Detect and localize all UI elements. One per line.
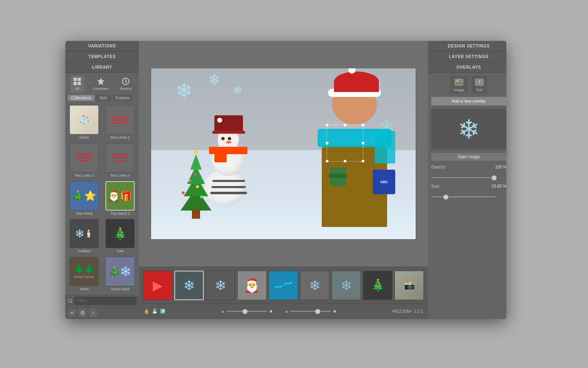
lib-item-label: Toys band — [76, 211, 92, 216]
library-favorites-label: Favorites — [93, 87, 108, 91]
list-item[interactable]: ❄️🕯️ Tradition — [67, 218, 101, 254]
layer-settings-header[interactable]: LAYER SETTINGS — [428, 52, 506, 62]
right-panel: DESIGN SETTINGS LAYER SETTINGS OVERLAYS … — [428, 41, 506, 319]
toolbar-center: ▪ ▪ ▪ ▪ — [222, 307, 336, 316]
filmstrip: ▶ ❄ ❄ 🎅 — [139, 267, 428, 303]
variations-header[interactable]: VARIATIONS — [65, 41, 139, 52]
svg-rect-3 — [78, 82, 81, 85]
open-image-button[interactable]: Open image — [431, 153, 506, 161]
app-window: VARIATIONS TEMPLATES LIBRARY All Favorit… — [65, 41, 506, 319]
overlays-header[interactable]: OVERLAYS — [428, 62, 506, 73]
canvas-area[interactable]: ★ ❄ ❄ ❄ ❄ ❄ ❄ — [139, 41, 428, 267]
library-icons-row: All Favorites Recent — [65, 73, 139, 93]
library-header[interactable]: LIBRARY — [65, 62, 139, 73]
thumb-trees: 🌲🌲 Deep Forest — [69, 257, 99, 286]
list-item[interactable]: Text Lines 2 — [67, 142, 101, 179]
size-row: Size: 19.82 % — [431, 183, 506, 189]
lib-item-label: Text Lines 1 — [110, 135, 130, 140]
library-favorites-button[interactable]: Favorites — [91, 75, 111, 92]
overlay-image-label: Image — [454, 88, 464, 92]
film-thumb-photo[interactable]: 📸 — [394, 271, 424, 300]
resolution-info: 4912:3264 — [392, 309, 411, 314]
save-icon[interactable]: 💾 — [152, 309, 158, 314]
add-item-button[interactable]: + — [68, 309, 76, 317]
film-thumb-scarf[interactable]: 〜〜 — [269, 271, 298, 300]
thumb-textlines3 — [105, 143, 135, 173]
film-thumb-snowflake2[interactable]: ❄ — [206, 271, 235, 300]
lib-item-label: Trees — [80, 287, 89, 292]
toolbar-right: 4912:3264 1.5:1 — [392, 309, 423, 314]
clock-icon — [121, 77, 130, 86]
film-thumb-snowflake4[interactable]: ❄ — [332, 271, 361, 300]
overlay-text-button[interactable]: T Text — [472, 76, 487, 94]
ratio-info: 1.5:1 — [414, 309, 423, 314]
film-thumb-hat[interactable]: 🎅 — [237, 271, 267, 300]
lock-icon[interactable]: 🔒 — [144, 309, 149, 314]
snowflake-overlay-1: ❄ — [176, 81, 193, 101]
center-panel: ★ ❄ ❄ ❄ ❄ ❄ ❄ — [139, 41, 428, 319]
filter-input[interactable] — [74, 297, 136, 305]
library-recent-button[interactable]: Recent — [117, 75, 134, 92]
canvas-image: ★ ❄ ❄ ❄ ❄ ❄ ❄ — [151, 68, 416, 240]
overlay-preview: ❄ — [431, 109, 506, 150]
size-slider[interactable] — [431, 196, 497, 197]
add-overlay-button[interactable]: Add a new overlay — [431, 97, 506, 105]
list-item[interactable]: 🎄⭐ Toys band — [67, 180, 101, 217]
list-item[interactable]: Text Lines 1 — [103, 104, 137, 141]
remove-item-button[interactable]: − — [89, 309, 97, 317]
svg-point-9 — [457, 80, 458, 82]
thumb-textlines2 — [69, 143, 99, 173]
opacity-unit: % — [503, 165, 506, 169]
second-slider[interactable] — [290, 311, 331, 312]
opacity-slider[interactable] — [431, 177, 497, 178]
lib-item-label: Trees band — [111, 287, 129, 292]
lib-item-label: Tradition — [77, 249, 91, 254]
thumb-toysband2: 🎅🎁 — [105, 181, 135, 211]
overlays-section: Image T Text Add a new overlay ❄ Open im… — [428, 73, 506, 202]
tab-frames[interactable]: Frames — [112, 95, 133, 101]
view-small-icon: ▪ — [222, 308, 224, 315]
library-grid: 🧦 Socks Text Lines 1 — [65, 103, 139, 295]
film-thumb-snowflake3[interactable]: ❄ — [300, 271, 330, 300]
zoom-slider[interactable] — [226, 311, 267, 312]
list-item[interactable]: 🎅🎁 Toys band 2 — [103, 180, 137, 217]
bottom-bar-left: + ⚙ − — [65, 307, 139, 319]
image-icon — [454, 78, 463, 87]
list-item[interactable]: Text Lines 3 — [103, 142, 137, 179]
left-panel: VARIATIONS TEMPLATES LIBRARY All Favorit… — [65, 41, 139, 319]
tab-sets[interactable]: Sets — [96, 95, 111, 101]
opacity-value-group: 100 % — [495, 165, 506, 169]
tab-collections[interactable]: Collections — [68, 95, 94, 101]
list-item[interactable]: 🌲🌲 Deep Forest Trees — [67, 256, 101, 292]
svg-rect-0 — [74, 78, 77, 81]
list-item[interactable]: 🎄 Tree — [103, 218, 137, 254]
overlay-image-button[interactable]: Image — [450, 76, 467, 94]
size-value-group: 19.82 % — [492, 184, 506, 188]
list-item[interactable]: 🎄❄️ Trees band — [103, 256, 137, 292]
library-all-button[interactable]: All — [70, 75, 84, 92]
svg-rect-1 — [78, 78, 81, 81]
view-fit-icon: ▪ — [333, 307, 336, 316]
opacity-value: 100 — [495, 165, 502, 169]
film-thumb-snowflake-selected[interactable]: ❄ — [174, 271, 204, 300]
thumb-tradition: ❄️🕯️ — [69, 219, 99, 248]
list-item[interactable]: 🧦 Socks — [67, 104, 101, 141]
film-thumb-tree[interactable]: 🎄 — [363, 271, 392, 300]
export-icon[interactable]: ↗️ — [160, 309, 166, 314]
toolbar-left: 🔒 💾 ↗️ — [144, 309, 166, 314]
overlay-type-row: Image T Text — [431, 76, 506, 94]
preview-snowflake-icon: ❄ — [458, 116, 480, 143]
design-settings-header[interactable]: DESIGN SETTINGS — [428, 41, 506, 52]
overlay-text-label: Text — [476, 88, 483, 92]
second-slider-container — [290, 311, 331, 312]
templates-header[interactable]: TEMPLATES — [65, 52, 139, 62]
zoom-slider-container — [226, 311, 267, 312]
film-thumb-red[interactable]: ▶ — [143, 271, 172, 300]
svg-point-6 — [68, 299, 71, 302]
settings-button[interactable]: ⚙ — [78, 309, 87, 317]
size-label: Size: — [431, 184, 440, 188]
lib-item-label: Socks — [79, 135, 89, 140]
thumb-tree: 🎄 — [105, 219, 135, 248]
bottom-toolbar: 🔒 💾 ↗️ ▪ ▪ ▪ ▪ 4912:3264 1.5:1 — [139, 303, 428, 319]
lib-item-label: Text Lines 3 — [110, 173, 130, 178]
